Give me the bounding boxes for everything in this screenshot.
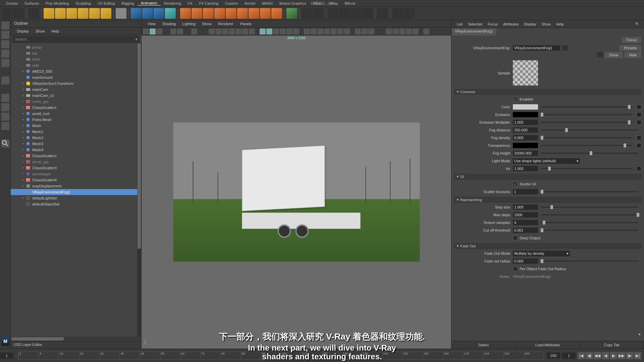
vp-tool-icon[interactable] (392, 28, 398, 35)
light-icon[interactable] (89, 8, 100, 19)
sun-icon[interactable] (101, 8, 111, 19)
section-raymarching[interactable]: ▼Raymarching (454, 197, 641, 203)
menu-rendering[interactable]: Rendering (161, 1, 184, 5)
outliner-item-front[interactable]: front (11, 56, 141, 62)
vp-tool-icon[interactable] (242, 28, 248, 35)
expander-icon[interactable]: + (21, 100, 25, 103)
expander-icon[interactable]: + (21, 148, 25, 152)
vp-tool-icon[interactable] (311, 28, 317, 35)
shelf-icon[interactable] (13, 8, 24, 19)
layout3-tool[interactable] (1, 122, 9, 130)
attr-menu-show[interactable]: Show (539, 22, 553, 26)
fogdist-field[interactable]: 250.000 (513, 127, 538, 133)
cosmos-icon[interactable] (351, 8, 362, 19)
vp-tool-icon[interactable] (413, 28, 419, 35)
menu-fx-caching[interactable]: FX Caching (196, 1, 222, 5)
vp-tool-icon[interactable] (293, 28, 299, 35)
outliner-item-vraydisplacement[interactable]: +vrayDisplacement (11, 183, 141, 189)
sample-swatch[interactable] (513, 60, 538, 85)
outliner-item-side[interactable]: side (11, 62, 141, 68)
chaos-icon[interactable] (362, 8, 373, 19)
dock-icon[interactable]: ⇱ (633, 22, 641, 26)
outliner-item-mesh2[interactable]: +Mesh2 (11, 135, 141, 141)
attr-menu-attributes[interactable]: Attributes (500, 22, 521, 26)
faderad-slider[interactable] (541, 260, 639, 262)
expander-icon[interactable]: + (21, 70, 25, 73)
sphere-icon[interactable] (44, 8, 54, 19)
fogdens-field[interactable]: 0.008 (513, 135, 538, 140)
vp-tool-icon[interactable] (304, 28, 310, 35)
outliner-item-maincam-v2[interactable]: +mainCam_v2 (11, 93, 141, 99)
tree-icon[interactable] (286, 8, 297, 19)
shelf-icon[interactable] (29, 8, 39, 19)
env-icon[interactable] (260, 8, 271, 19)
node-icon[interactable] (226, 8, 236, 19)
link-icon[interactable] (562, 45, 568, 51)
vp-menu-lighting[interactable]: Lighting (179, 22, 199, 26)
outliner-item-chaosscatter3[interactable]: +ChaosScatter3 (11, 165, 141, 171)
map-icon[interactable] (637, 112, 641, 117)
vp-tool-icon[interactable] (177, 28, 183, 35)
vp-tool-icon[interactable] (215, 28, 221, 35)
expander-icon[interactable]: + (21, 166, 25, 170)
start-frame-field[interactable]: 1 (0, 353, 13, 359)
vp-tool-icon[interactable] (406, 28, 412, 35)
maxsteps-slider[interactable] (541, 214, 639, 216)
perobj-checkbox[interactable] (513, 266, 518, 271)
map-icon[interactable] (637, 105, 641, 109)
attr-tab[interactable]: VRayEnvironmentFog1 (451, 28, 496, 36)
attr-menu-list[interactable]: List (454, 22, 465, 26)
shelf-icon[interactable] (2, 8, 13, 19)
expander-icon[interactable]: + (21, 130, 25, 133)
plane-icon[interactable] (116, 8, 126, 19)
expander-icon[interactable]: + (21, 124, 25, 127)
go-start-button[interactable]: |◀ (578, 352, 585, 359)
geo-icon[interactable] (78, 8, 89, 19)
end-frame-field[interactable]: 200 (547, 353, 560, 359)
expander-icon[interactable]: + (21, 94, 25, 97)
attr-menu-focus[interactable]: Focus (485, 22, 500, 26)
snap-tool[interactable] (1, 76, 9, 84)
attr-menu-help[interactable]: Help (553, 22, 567, 26)
lasso-tool[interactable] (1, 31, 9, 39)
menu-bifrost[interactable]: Bifrost (341, 1, 359, 5)
outliner-item-poles-mesh[interactable]: +Poles:Mesh (11, 117, 141, 123)
expander-icon[interactable]: + (21, 82, 25, 85)
expander-icon[interactable]: + (21, 154, 25, 158)
link2-icon[interactable] (597, 52, 603, 57)
vp-tool-icon[interactable] (337, 28, 343, 35)
vp-tool-icon[interactable] (331, 28, 337, 35)
step-slider[interactable] (541, 206, 639, 208)
go-end-button[interactable]: ▶| (634, 352, 641, 359)
current-frame-field[interactable]: 1 (562, 353, 576, 359)
cutoff-slider[interactable] (541, 230, 639, 231)
menu-fx[interactable]: FX (184, 1, 196, 5)
expander-icon[interactable]: + (21, 184, 25, 188)
framebuffer-icon[interactable] (377, 8, 388, 19)
vp-tool-icon[interactable] (249, 28, 255, 35)
fur-icon[interactable] (180, 8, 191, 19)
fademode-dropdown[interactable]: Multiply by density ▾ (513, 251, 570, 256)
disc-icon[interactable] (249, 8, 259, 19)
vp-tool-icon[interactable] (191, 28, 197, 35)
vp-tool-icon[interactable] (235, 28, 241, 35)
menu-sculpting[interactable]: Sculpting (72, 1, 94, 5)
outliner-item-mesh[interactable]: +Mesh (11, 123, 141, 129)
copy-tab-button[interactable]: Copy Tab (580, 341, 644, 349)
outliner-menu-display[interactable]: Display (13, 29, 32, 33)
presets-button[interactable]: Presets (620, 45, 641, 51)
faderad-field[interactable]: 0.000 (513, 258, 538, 264)
outliner-item-am223-008[interactable]: +AM223_008 (11, 68, 141, 74)
menu-animation[interactable]: Animation (138, 1, 161, 6)
rotate-tool[interactable] (1, 50, 9, 58)
vp-tool-icon[interactable] (143, 28, 149, 35)
outliner-item-rocks-grp[interactable]: +rocks_grp (11, 99, 141, 105)
play-fwd-button[interactable]: ▶ (610, 352, 617, 359)
menu-poly-modeling[interactable]: Poly Modeling (42, 1, 72, 5)
vp-tool-icon[interactable] (260, 28, 266, 35)
mesh-icon[interactable] (154, 8, 164, 19)
fluid-icon[interactable] (165, 8, 176, 19)
scatter-icon[interactable] (214, 8, 225, 19)
vp-tool-icon[interactable] (170, 28, 176, 35)
vp-menu-renderer[interactable]: Renderer (215, 22, 237, 26)
